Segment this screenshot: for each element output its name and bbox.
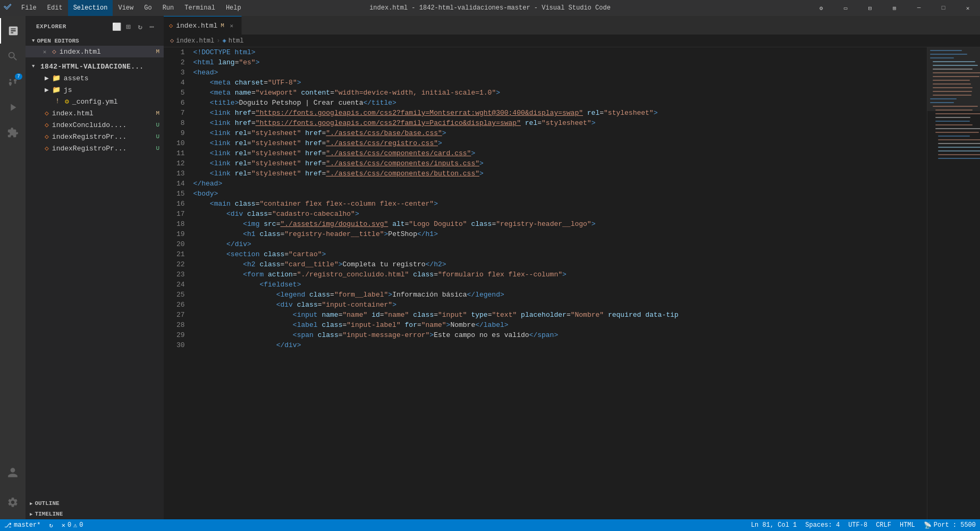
code-line-12: <link rel="stylesheet" href="./assets/cs… — [193, 158, 916, 168]
refresh-button[interactable]: ↻ — [135, 21, 146, 32]
error-icon: ✕ — [62, 521, 65, 529]
activity-explorer[interactable] — [0, 18, 26, 44]
sidebar-item-index[interactable]: ◇ index.html M — [26, 107, 164, 119]
open-editors-label: Open Editors — [37, 38, 79, 44]
outline-toggle[interactable]: ▶ Outline — [26, 498, 164, 509]
code-line-17: <div class="cadastro-cabecalho"> — [193, 209, 916, 219]
new-file-button[interactable]: ⬜ — [112, 21, 122, 32]
status-position[interactable]: Ln 81, Col 1 — [747, 521, 801, 529]
svg-rect-0 — [930, 50, 962, 51]
layout-icon[interactable]: ▭ — [833, 0, 858, 16]
indexconcluido-label: indexConcluido.... — [52, 121, 153, 129]
status-language[interactable]: HTML — [895, 521, 919, 529]
code-editor[interactable]: 12345 678910 1112131415 1617181920 21222… — [164, 47, 927, 519]
status-sync[interactable]: ↻ — [45, 519, 57, 531]
js-folder-icon: 📁 — [52, 86, 61, 94]
folder-name: 1842-HTML-VALIDACIONE... — [40, 63, 143, 71]
code-line-9: <link rel="stylesheet" href="./assets/cs… — [193, 128, 916, 138]
window-controls: ⚙ ▭ ⊟ ⊞ ─ □ ✕ — [809, 0, 980, 16]
assets-folder-icon: 📁 — [52, 74, 61, 82]
indexregistro1-badge: U — [156, 133, 159, 140]
svg-rect-17 — [935, 113, 980, 114]
code-line-3: <head> — [193, 68, 916, 78]
minimize-button[interactable]: ─ — [907, 0, 931, 16]
menu-file[interactable]: File — [16, 0, 42, 16]
close-editor-icon[interactable]: ✕ — [40, 48, 49, 55]
collapse-button[interactable]: ⋯ — [147, 21, 157, 32]
code-line-20: </div> — [193, 239, 916, 249]
code-line-22: <h2 class="card__title">Completa tu regi… — [193, 259, 916, 269]
activity-account[interactable] — [0, 460, 26, 485]
sidebar-title: Explorer — [36, 23, 66, 30]
menu-go[interactable]: Go — [139, 0, 157, 16]
editor-file-index-html[interactable]: ✕ ◇ index.html M — [26, 46, 164, 57]
code-line-2: <html lang="es"> — [193, 57, 916, 68]
close-button[interactable]: ✕ — [956, 0, 980, 16]
tab-index-html[interactable]: ◇ index.html M ✕ — [164, 16, 242, 35]
status-right: Ln 81, Col 1 Spaces: 4 UTF-8 CRLF HTML 📡… — [747, 521, 980, 529]
code-content[interactable]: <!DOCTYPE html> <html lang="es"> <head> … — [193, 47, 927, 519]
position-text: Ln 81, Col 1 — [751, 521, 797, 529]
activity-search[interactable] — [0, 44, 26, 69]
status-spaces[interactable]: Spaces: 4 — [801, 521, 844, 529]
sidebar-bottom: ▶ Outline ▶ Timeline — [26, 498, 164, 519]
sidebar-item-js[interactable]: ▶ 📁 js — [26, 84, 164, 96]
status-line-ending[interactable]: CRLF — [872, 521, 895, 529]
activity-settings[interactable] — [0, 490, 26, 515]
vscode-icon — [0, 0, 16, 16]
status-errors[interactable]: ✕ 0 ⚠ 0 — [57, 519, 88, 531]
code-line-27: <input name="name" id="name" class="inpu… — [193, 310, 916, 320]
index-label: index.html — [52, 109, 153, 117]
tab-close-button[interactable]: ✕ — [227, 21, 236, 30]
code-line-23: <form action="./registro_concluido.html"… — [193, 269, 916, 280]
indexregistro1-icon: ◇ — [45, 132, 49, 141]
breadcrumb-file[interactable]: index.html — [176, 37, 214, 45]
activity-run[interactable] — [0, 95, 26, 120]
sidebar-item-assets[interactable]: ▶ 📁 assets — [26, 72, 164, 84]
open-editors-toggle[interactable]: ▼ Open Editors — [26, 36, 164, 46]
menu-terminal[interactable]: Terminal — [179, 0, 221, 16]
status-encoding[interactable]: UTF-8 — [844, 521, 872, 529]
code-line-7: <link href="https://fonts.googleapis.com… — [193, 108, 916, 118]
svg-rect-9 — [933, 83, 971, 85]
svg-rect-15 — [933, 106, 978, 107]
split-icon[interactable]: ⊟ — [858, 0, 882, 16]
code-line-8: <link href="https://fonts.googleapis.com… — [193, 118, 916, 128]
grid-icon[interactable]: ⊞ — [882, 0, 907, 16]
new-folder-button[interactable]: ⊞ — [123, 21, 134, 32]
menu-edit[interactable]: Edit — [42, 0, 68, 16]
tab-modified-indicator: M — [221, 22, 224, 29]
open-editors-section: ▼ Open Editors ✕ ◇ index.html M — [26, 34, 164, 60]
svg-rect-3 — [933, 61, 975, 62]
maximize-button[interactable]: □ — [931, 0, 956, 16]
sidebar-item-indexconcluido[interactable]: ◇ indexConcluido.... U — [26, 119, 164, 131]
sidebar-item-indexregistro2[interactable]: ◇ indexRegistroPr... U — [26, 142, 164, 154]
config-badge: ! — [53, 98, 62, 105]
code-line-28: <label class="input-label" for="name">No… — [193, 320, 916, 330]
activity-extensions[interactable] — [0, 120, 26, 146]
menu-run[interactable]: Run — [157, 0, 180, 16]
code-line-15: <body> — [193, 189, 916, 199]
sidebar-item-indexregistro1[interactable]: ◇ indexRegistroPr... U — [26, 131, 164, 142]
sidebar-item-config[interactable]: ! ⚙ _config.yml — [26, 96, 164, 107]
status-port[interactable]: 📡 Port : 5500 — [919, 521, 980, 529]
status-branch[interactable]: ⎇ master* — [0, 519, 45, 531]
folder-arrow: ▼ — [32, 64, 38, 69]
assets-label: assets — [64, 74, 89, 82]
menu-view[interactable]: View — [113, 0, 139, 16]
minimap — [927, 47, 980, 519]
js-arrow: ▶ — [45, 86, 49, 94]
breadcrumb-html-tag[interactable]: html — [229, 37, 244, 45]
timeline-toggle[interactable]: ▶ Timeline — [26, 509, 164, 519]
settings-icon[interactable]: ⚙ — [809, 0, 833, 16]
indexconcluido-icon: ◇ — [45, 121, 49, 129]
svg-rect-20 — [935, 124, 973, 125]
timeline-label: Timeline — [35, 511, 63, 517]
activity-source-control[interactable]: 7 — [0, 69, 26, 95]
code-line-16: <main class="container flex flex--column… — [193, 199, 916, 209]
menu-help[interactable]: Help — [221, 0, 247, 16]
menu-selection[interactable]: Selection — [68, 0, 113, 16]
svg-rect-7 — [933, 76, 979, 77]
spaces-text: Spaces: 4 — [805, 521, 840, 529]
folder-root[interactable]: ▼ 1842-HTML-VALIDACIONE... — [26, 61, 164, 72]
